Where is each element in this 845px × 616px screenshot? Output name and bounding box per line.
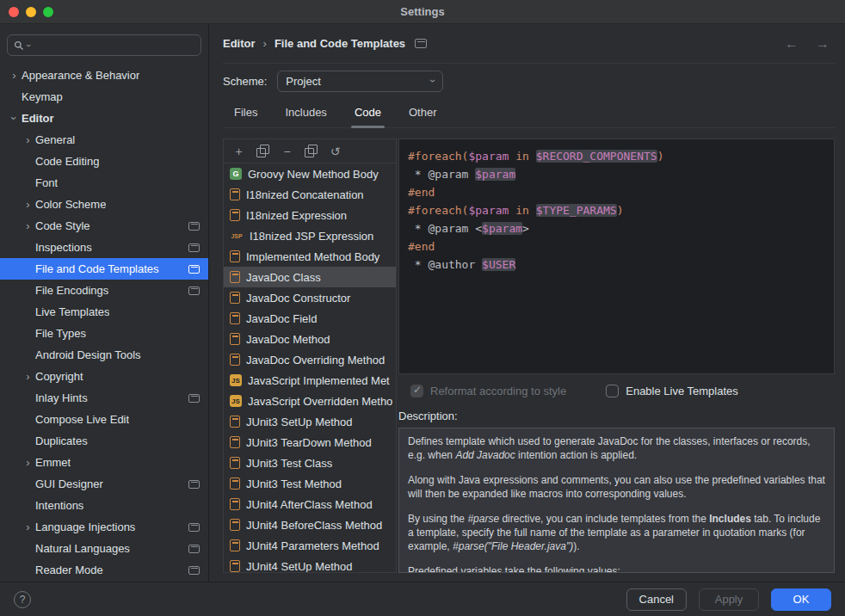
chevron-right-icon[interactable]: › xyxy=(21,371,35,382)
template-item-javadoc-overriding-method[interactable]: JavaDoc Overriding Method xyxy=(224,349,396,370)
sidebar-item-duplicates[interactable]: ›Duplicates xyxy=(0,430,208,452)
template-item-junit4-afterclass-method[interactable]: JUnit4 AfterClass Method xyxy=(224,494,396,514)
chevron-right-icon[interactable]: › xyxy=(21,220,35,231)
sidebar-item-copyright[interactable]: ›Copyright xyxy=(0,366,208,387)
template-item-junit4-beforeclass-method[interactable]: JUnit4 BeforeClass Method xyxy=(224,514,396,535)
template-editor[interactable]: #foreach($param in $RECORD_COMPONENTS) *… xyxy=(398,139,835,374)
sidebar-item-compose-live-edit[interactable]: ›Compose Live Edit xyxy=(0,409,208,430)
tab-other[interactable]: Other xyxy=(398,100,448,127)
template-item-label: I18nized JSP Expression xyxy=(250,230,373,243)
ok-button[interactable]: OK xyxy=(771,588,831,611)
close-button[interactable] xyxy=(9,7,19,17)
sidebar-item-label: Emmet xyxy=(35,456,71,469)
sidebar-item-font[interactable]: ›Font xyxy=(0,172,208,194)
search-field[interactable]: › xyxy=(7,34,201,56)
sidebar-item-label: File and Code Templates xyxy=(35,262,159,275)
template-item-implemented-method-body[interactable]: Implemented Method Body xyxy=(224,246,396,267)
sidebar-item-label: Appearance & Behavior xyxy=(22,69,139,82)
code-line: #foreach($param in $RECORD_COMPONENTS) xyxy=(408,147,825,165)
template-item-i18nized-concatenation[interactable]: I18nized Concatenation xyxy=(224,184,396,205)
sidebar-item-editor[interactable]: ›Editor xyxy=(0,108,208,129)
sidebar-item-label: Compose Live Edit xyxy=(35,413,129,426)
back-arrow-icon[interactable]: ← xyxy=(785,36,799,52)
reformat-checkbox[interactable] xyxy=(410,385,423,397)
sidebar-item-natural-languages[interactable]: ›Natural Languages xyxy=(0,538,208,559)
sidebar-item-color-scheme[interactable]: ›Color Scheme xyxy=(0,194,208,215)
template-item-junit3-teardown-method[interactable]: JUnit3 TearDown Method xyxy=(224,432,396,453)
scope-monitor-icon xyxy=(188,286,200,295)
create-child-template-icon[interactable] xyxy=(256,145,269,157)
zoom-button[interactable] xyxy=(43,7,53,17)
sidebar-item-code-style[interactable]: ›Code Style xyxy=(0,215,208,237)
template-toolbar: +−↺ xyxy=(224,139,396,163)
chevron-right-icon[interactable]: › xyxy=(7,70,22,81)
template-list: GGroovy New Method BodyI18nized Concaten… xyxy=(224,163,396,572)
tab-files[interactable]: Files xyxy=(223,100,268,127)
sidebar-item-file-encodings[interactable]: ›File Encodings xyxy=(0,280,208,301)
settings-tree: ›Appearance & Behavior›Keymap›Editor›Gen… xyxy=(0,65,208,582)
help-button[interactable]: ? xyxy=(14,591,31,608)
template-item-junit4-parameters-method[interactable]: JUnit4 Parameters Method xyxy=(224,535,396,556)
template-item-junit3-setup-method[interactable]: JUnit3 SetUp Method xyxy=(224,411,396,432)
template-item-javascript-overridden-metho[interactable]: JSJavaScript Overridden Metho xyxy=(224,391,396,411)
scope-monitor-icon xyxy=(188,480,200,489)
template-item-javadoc-field[interactable]: JavaDoc Field xyxy=(224,308,396,329)
minimize-button[interactable] xyxy=(26,7,36,17)
tab-code[interactable]: Code xyxy=(343,100,392,127)
live-templates-checkbox[interactable] xyxy=(606,385,619,397)
template-item-junit3-test-method[interactable]: JUnit3 Test Method xyxy=(224,473,396,494)
template-item-junit4-setup-method[interactable]: JUnit4 SetUp Method xyxy=(224,556,396,572)
template-item-javadoc-constructor[interactable]: JavaDoc Constructor xyxy=(224,287,396,308)
template-template-icon xyxy=(230,271,240,283)
settings-sidebar: › ›Appearance & Behavior›Keymap›Editor›G… xyxy=(0,24,209,582)
sidebar-item-file-and-code-templates[interactable]: ›File and Code Templates xyxy=(0,258,208,280)
template-item-label: JavaDoc Field xyxy=(246,312,317,325)
breadcrumb-item-file-and-code-templates[interactable]: File and Code Templates xyxy=(274,37,405,50)
sidebar-item-inspections[interactable]: ›Inspections xyxy=(0,237,208,258)
sidebar-item-general[interactable]: ›General xyxy=(0,129,208,151)
reset-to-default-icon[interactable]: ↺ xyxy=(329,145,342,157)
sidebar-item-live-templates[interactable]: ›Live Templates xyxy=(0,301,208,323)
breadcrumb-item-editor[interactable]: Editor xyxy=(223,37,256,50)
sidebar-item-android-design-tools[interactable]: ›Android Design Tools xyxy=(0,344,208,366)
add-template-icon[interactable]: + xyxy=(232,145,245,157)
sidebar-item-appearance-behavior[interactable]: ›Appearance & Behavior xyxy=(0,65,208,86)
code-line: * @param $param xyxy=(408,165,825,183)
duplicate-template-icon[interactable] xyxy=(305,145,318,157)
chevron-right-icon[interactable]: › xyxy=(21,199,35,210)
sidebar-item-inlay-hints[interactable]: ›Inlay Hints xyxy=(0,387,208,409)
sidebar-item-file-types[interactable]: ›File Types xyxy=(0,323,208,344)
template-item-groovy-new-method-body[interactable]: GGroovy New Method Body xyxy=(224,163,396,184)
chevron-right-icon[interactable]: › xyxy=(21,457,35,468)
chevron-down-icon[interactable]: › xyxy=(9,111,20,126)
chevron-right-icon[interactable]: › xyxy=(21,134,35,145)
template-template-icon xyxy=(230,477,240,490)
sidebar-item-gui-designer[interactable]: ›GUI Designer xyxy=(0,473,208,495)
code-line: #end xyxy=(408,237,825,256)
remove-template-icon[interactable]: − xyxy=(281,145,293,157)
forward-arrow-icon[interactable]: → xyxy=(816,36,830,52)
cancel-button[interactable]: Cancel xyxy=(626,588,687,611)
sidebar-item-emmet[interactable]: ›Emmet xyxy=(0,452,208,473)
template-item-i18nized-expression[interactable]: I18nized Expression xyxy=(224,205,396,225)
sidebar-item-reader-mode[interactable]: ›Reader Mode xyxy=(0,559,208,581)
template-item-javadoc-class[interactable]: JavaDoc Class xyxy=(224,267,396,287)
search-history-chevron-icon[interactable]: › xyxy=(24,44,33,46)
scheme-select[interactable]: Project › xyxy=(277,71,443,92)
template-item-junit3-test-class[interactable]: JUnit3 Test Class xyxy=(224,453,396,473)
reformat-option[interactable]: Reformat according to style xyxy=(410,385,566,397)
template-item-i18nized-jsp-expression[interactable]: JSPI18nized JSP Expression xyxy=(224,225,396,246)
sidebar-item-code-editing[interactable]: ›Code Editing xyxy=(0,151,208,172)
sidebar-item-language-injections[interactable]: ›Language Injections xyxy=(0,516,208,538)
tab-includes[interactable]: Includes xyxy=(274,100,337,127)
template-item-javascript-implemented-met[interactable]: JSJavaScript Implemented Met xyxy=(224,370,396,391)
template-item-label: JavaDoc Method xyxy=(246,333,330,346)
search-input[interactable] xyxy=(32,39,194,52)
sidebar-item-keymap[interactable]: ›Keymap xyxy=(0,86,208,108)
live-templates-option[interactable]: Enable Live Templates xyxy=(606,385,738,397)
template-item-javadoc-method[interactable]: JavaDoc Method xyxy=(224,329,396,349)
apply-button[interactable]: Apply xyxy=(699,588,759,611)
scheme-row: Scheme: Project › xyxy=(223,64,835,98)
chevron-right-icon[interactable]: › xyxy=(21,521,35,533)
sidebar-item-intentions[interactable]: ›Intentions xyxy=(0,495,208,516)
